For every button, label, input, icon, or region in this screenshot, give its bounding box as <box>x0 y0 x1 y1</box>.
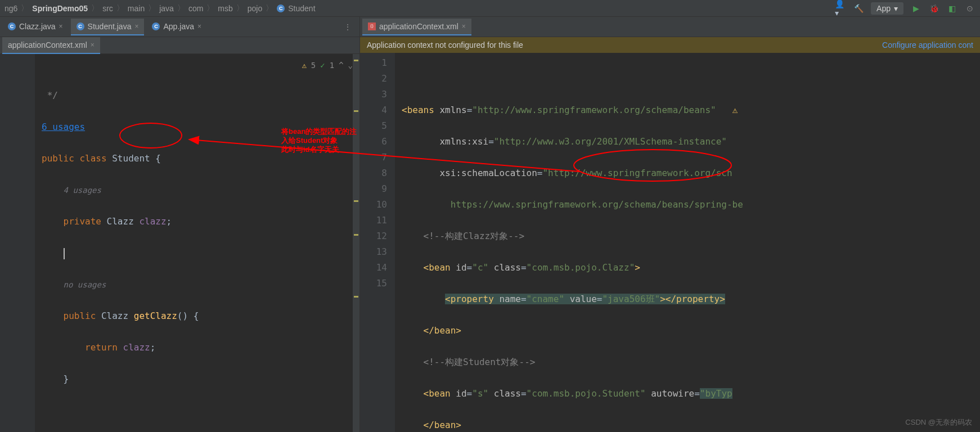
crumb[interactable]: SpringDemo05 <box>32 4 88 13</box>
chevron-down-icon[interactable]: ⌄ <box>348 57 353 73</box>
attr: id <box>456 262 466 273</box>
breadcrumb[interactable]: ng6〉 SpringDemo05〉 src〉 main〉 java〉 com〉… <box>5 3 835 14</box>
run-config-label: App <box>876 4 891 13</box>
tag: > <box>456 420 461 430</box>
banner-link[interactable]: Configure application cont <box>882 40 973 50</box>
val: "com.msb.pojo.Student" <box>527 388 646 399</box>
kw: public <box>42 153 79 164</box>
scrollbar[interactable] <box>353 54 359 432</box>
tag: beans <box>407 105 434 115</box>
kw: private <box>64 216 107 227</box>
profile-button[interactable]: ⊙ <box>964 3 975 14</box>
run-button[interactable]: ▶ <box>910 3 921 14</box>
crumb[interactable]: ng6 <box>5 4 17 13</box>
close-icon[interactable]: × <box>91 41 95 49</box>
crumb[interactable]: src <box>102 4 113 13</box>
comment: <!--构建Clazz对象--> <box>424 231 525 241</box>
chevron-up-icon[interactable]: ^ <box>339 57 343 73</box>
crumb[interactable]: java <box>159 4 174 13</box>
attr: name <box>499 294 521 304</box>
val: "http://www.springframework.org/schema/b… <box>472 105 716 115</box>
close-icon[interactable]: × <box>134 22 138 30</box>
line-number: 9 <box>360 181 387 197</box>
user-icon[interactable]: 👤▾ <box>835 3 846 14</box>
attr: value <box>570 294 597 304</box>
tab-student[interactable]: CStudent.java× <box>71 19 145 35</box>
run-config-dropdown[interactable]: App ▾ <box>871 2 903 15</box>
kw: class <box>79 153 112 164</box>
line-number: 5 <box>360 118 387 134</box>
config-banner: Application context not configured for t… <box>360 37 980 53</box>
attr: class <box>494 388 521 399</box>
inspection-widget[interactable]: ⚠5 ✓1 ^⌄ <box>302 57 353 73</box>
class-icon: C <box>152 22 160 30</box>
main: CClazz.java× CStudent.java× CApp.java× ⋮… <box>0 17 980 432</box>
left-code[interactable]: ⚠5 ✓1 ^⌄ */ 6 usages public class Studen… <box>35 54 359 432</box>
kw: return <box>85 342 123 353</box>
kw: public <box>64 310 101 321</box>
left-tabs: CClazz.java× CStudent.java× CApp.java× ⋮ <box>0 17 359 37</box>
right-pane: ⟨⟩ applicationContext.xml × Application … <box>360 17 980 432</box>
tag: bean <box>429 388 451 399</box>
tag: > <box>456 325 461 336</box>
crumb[interactable]: msb <box>218 4 232 13</box>
val: "java506班" <box>602 294 660 304</box>
crumb[interactable]: pojo <box>248 4 262 13</box>
tabs-more-icon[interactable]: ⋮ <box>338 22 357 32</box>
line-number: 11 <box>360 213 387 228</box>
close-icon[interactable]: × <box>59 22 63 30</box>
tag: bean <box>434 325 456 336</box>
left-editor[interactable]: ⚠5 ✓1 ^⌄ */ 6 usages public class Studen… <box>0 54 359 432</box>
crumb[interactable]: com <box>188 4 203 13</box>
right-gutter: 1 2 3 4 5 6 7 8 9 10 11 12 13 14 15 <box>360 53 395 432</box>
close-icon[interactable]: × <box>197 22 201 30</box>
val: "http://www.springframework.org/sch <box>542 168 732 178</box>
tab-app[interactable]: CApp.java× <box>146 19 207 35</box>
build-icon[interactable]: 🔨 <box>853 3 864 14</box>
val: "byTyp <box>700 388 732 399</box>
attr: xsi <box>439 168 456 178</box>
tab-appcontext-xml[interactable]: ⟨⟩ applicationContext.xml × <box>362 19 471 35</box>
tab-label: applicationContext.xml <box>8 40 87 50</box>
comment: */ <box>47 90 58 101</box>
coverage-button[interactable]: ◧ <box>946 3 957 14</box>
tag: property <box>451 294 494 304</box>
usages-hint[interactable]: no usages <box>64 280 106 289</box>
val: "cname" <box>527 294 564 304</box>
val: "s" <box>472 388 488 399</box>
right-code[interactable]: <beans xmlns="http://www.springframework… <box>395 53 980 432</box>
tag: </ <box>424 325 434 336</box>
line-number: 15 <box>360 276 387 291</box>
val: https://www.springframework.org/schema/b… <box>451 199 743 210</box>
line-number: 10 <box>360 197 387 213</box>
debug-button[interactable]: 🐞 <box>928 3 939 14</box>
usages-hint[interactable]: 4 usages <box>64 186 101 195</box>
line-number: 1 <box>360 55 387 71</box>
annotation-line: 将bean的类型匹配的注入给Student对象 <box>281 127 359 145</box>
line-number: 14 <box>360 260 387 276</box>
semi: ; <box>150 342 156 353</box>
tab-label: App.java <box>163 22 194 31</box>
caret <box>64 248 65 259</box>
crumb[interactable]: main <box>128 4 145 13</box>
tab-label: Student.java <box>88 22 132 31</box>
top-bar: ng6〉 SpringDemo05〉 src〉 main〉 java〉 com〉… <box>0 0 980 17</box>
usages-link[interactable]: 6 usages <box>42 122 85 132</box>
warning-icon: ⚠ <box>302 57 306 73</box>
tag: property <box>676 294 720 304</box>
comment: <!--构建Student对象--> <box>424 357 536 367</box>
left-gutter <box>0 54 35 432</box>
line-number: 2 <box>360 71 387 87</box>
right-editor[interactable]: 1 2 3 4 5 6 7 8 9 10 11 12 13 14 15 <bea… <box>360 53 980 432</box>
type: Clazz <box>101 310 134 321</box>
subtab-appcontext[interactable]: applicationContext.xml× <box>2 37 100 54</box>
brace: { <box>155 153 161 164</box>
line-number: 7 <box>360 150 387 165</box>
tick-count: 1 <box>330 57 334 73</box>
val: "http://www.w3.org/2001/XMLSchema-instan… <box>494 136 727 147</box>
class-icon: C <box>77 22 84 30</box>
crumb[interactable]: Student <box>288 4 315 13</box>
tab-label: Clazz.java <box>19 22 56 31</box>
close-icon[interactable]: × <box>462 22 466 30</box>
tab-clazz[interactable]: CClazz.java× <box>2 19 69 35</box>
